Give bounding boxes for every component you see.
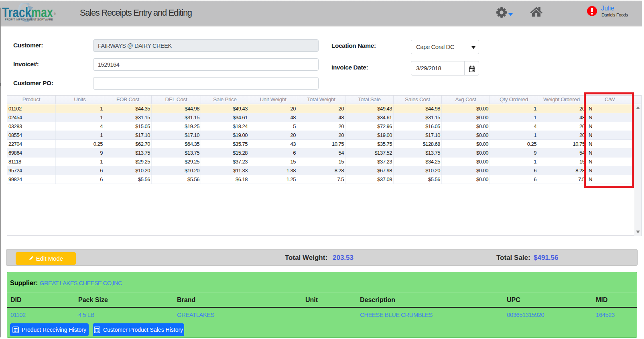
svg-text:®: ®: [54, 12, 56, 15]
svg-text:PROFIT IMPROVEMENT SOFTWARE: PROFIT IMPROVEMENT SOFTWARE: [5, 18, 53, 21]
